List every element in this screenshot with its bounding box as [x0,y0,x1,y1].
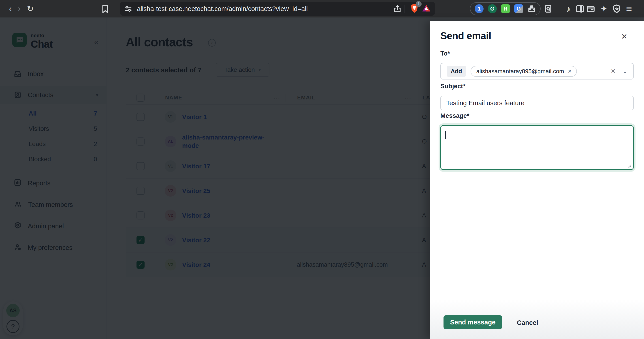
extensions-cluster: 1 G R G [470,2,540,15]
screen: ‹ › ↻ alisha-test-case.neetochat.com/adm… [0,0,644,339]
subject-input[interactable] [440,96,634,110]
chip-remove-icon[interactable]: ✕ [568,68,572,74]
recipient-email: alishasamantaray895@gmail.com [476,68,564,75]
subject-label: Subject* [440,83,466,90]
forward-icon[interactable]: › [15,5,24,13]
extensions-puzzle-icon[interactable] [528,5,536,13]
vpn-shield-icon[interactable] [612,4,621,14]
url-text[interactable]: alisha-test-case.neetochat.com/admin/con… [137,5,394,13]
chevron-down-icon[interactable]: ⌄ [622,68,628,75]
message-textarea[interactable] [440,125,634,170]
to-label: To* [440,50,450,57]
share-icon[interactable] [394,5,402,13]
recipient-chip[interactable]: alishasamantaray895@gmail.com ✕ [470,66,577,77]
text-cursor [445,131,446,139]
menu-icon[interactable]: ≡ [623,4,635,14]
message-label: Message* [440,112,469,119]
back-icon[interactable]: ‹ [6,5,15,13]
sidebar-toggle-icon[interactable] [576,4,584,13]
add-recipient-button[interactable]: Add [447,66,466,77]
reload-icon[interactable]: ↻ [24,5,37,13]
brave-rewards-icon[interactable] [422,4,430,14]
close-icon[interactable]: ✕ [621,32,628,41]
drawer-title: Send email [440,30,491,42]
cancel-button[interactable]: Cancel [517,319,538,326]
to-field[interactable]: Add alishasamantaray895@gmail.com ✕ ✕ ⌄ [440,63,634,80]
google-translate-icon[interactable]: G [514,4,523,13]
reader-mode-icon[interactable] [544,4,553,14]
browser-toolbar: ‹ › ↻ alisha-test-case.neetochat.com/adm… [0,0,644,18]
wallet-icon[interactable] [586,4,595,13]
brave-shield-icon[interactable]: 1 [410,3,419,14]
site-settings-icon[interactable] [124,5,132,13]
read-aloud-icon[interactable]: R [501,4,510,13]
shield-badge: 1 [416,1,422,7]
url-bar[interactable]: alisha-test-case.neetochat.com/admin/con… [120,2,435,16]
toolbar-right-icons: ♪ ✦ ≡ [544,0,635,18]
toolbar-separator [558,5,558,13]
leo-ai-icon[interactable]: ✦ [597,5,610,13]
toolbar-separator [404,5,405,13]
grammarly-icon[interactable]: G [488,4,497,13]
clear-field-icon[interactable]: ✕ [611,68,616,75]
bookmark-icon[interactable] [101,5,109,14]
send-message-button[interactable]: Send message [444,315,502,329]
media-control-icon[interactable]: ♪ [563,4,574,13]
send-email-drawer: Send email ✕ To* Add alishasamantaray895… [430,21,644,339]
resize-handle-icon[interactable] [626,163,631,168]
onepassword-icon[interactable]: 1 [474,4,484,13]
